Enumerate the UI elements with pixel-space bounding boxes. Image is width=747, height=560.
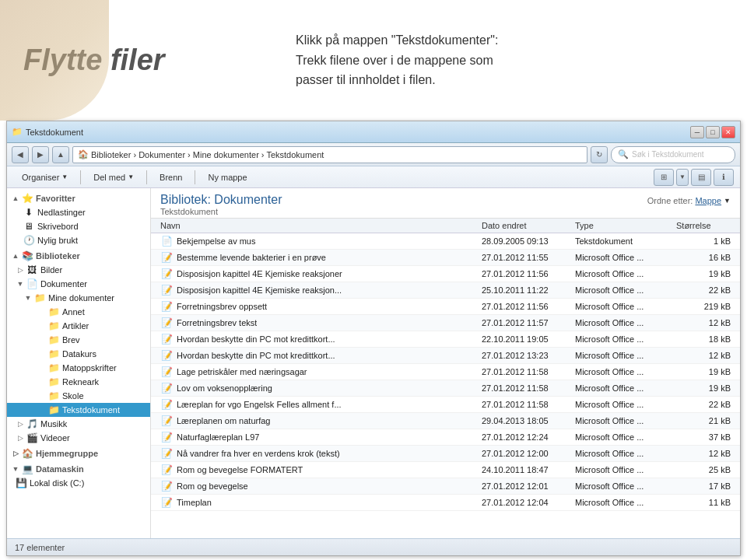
sidebar-item-rekneark[interactable]: 📁 Rekneark xyxy=(7,375,150,389)
videoer-icon: 🎬 xyxy=(26,432,38,443)
sidebar-item-musikk[interactable]: ▷ 🎵 Musikk xyxy=(7,417,150,431)
file-row[interactable]: 📝 Rom og bevegelse 27.01.2012 12:01 Micr… xyxy=(151,478,740,495)
sort-value[interactable]: Mappe xyxy=(695,196,721,205)
file-row[interactable]: 📝 Læreplanen om naturfag 29.04.2013 18:0… xyxy=(151,413,740,429)
sidebar-item-bilder[interactable]: ▷ 🖼 Bilder xyxy=(7,263,150,277)
file-size: 12 kB xyxy=(676,449,731,458)
biblioteker-header[interactable]: ▲ 📚 Biblioteker xyxy=(7,249,150,263)
file-row[interactable]: 📝 Bestemme levende bakterier i en prøve … xyxy=(151,250,740,266)
favoritter-arrow-icon: ▲ xyxy=(10,194,21,202)
file-size: 17 kB xyxy=(676,481,731,491)
sidebar-item-dokumenter[interactable]: ▼ 📄 Dokumenter xyxy=(7,277,150,291)
view-options-button[interactable]: ▼ xyxy=(676,169,689,186)
brenn-button[interactable]: Brenn xyxy=(151,169,191,186)
file-row[interactable]: 📝 Nå vandrer fra hver en verdens krok (t… xyxy=(151,446,740,462)
sidebar-item-skole[interactable]: 📁 Skole xyxy=(7,389,150,403)
forward-button[interactable]: ▶ xyxy=(32,146,49,163)
file-name: Læreplanen om naturfag xyxy=(177,416,270,425)
file-type: Tekstdokument xyxy=(575,236,676,246)
skrivebord-icon: 🖥 xyxy=(23,221,35,232)
sidebar-item-nylig-brukt[interactable]: 🕐 Nylig brukt xyxy=(7,233,150,247)
col-type[interactable]: Type xyxy=(575,221,676,230)
sort-arrow-icon: ▼ xyxy=(724,197,731,205)
file-area: Bibliotek: Dokumenter Tekstdokument Ordn… xyxy=(151,188,740,538)
file-size: 18 kB xyxy=(676,334,731,344)
file-rows-container: 📄 Bekjempelse av mus 28.09.2005 09:13 Te… xyxy=(151,233,740,511)
sidebar-item-videoer[interactable]: ▷ 🎬 Videoer xyxy=(7,431,150,445)
file-type: Microsoft Office ... xyxy=(575,318,676,327)
sidebar-item-skrivebord[interactable]: 🖥 Skrivebord xyxy=(7,219,150,233)
hjemmegruppe-header[interactable]: ▷ 🏠 Hjemmegruppe xyxy=(7,446,150,460)
sidebar-item-mine-dokumenter[interactable]: ▼ 📁 Mine dokumenter xyxy=(7,291,150,305)
sidebar-item-annet[interactable]: 📁 Annet xyxy=(7,305,150,319)
view-change-button[interactable]: ⊞ xyxy=(654,169,674,186)
file-row[interactable]: 📄 Bekjempelse av mus 28.09.2005 09:13 Te… xyxy=(151,233,740,250)
file-row[interactable]: 📝 Lage petriskåler med næringsagar 27.01… xyxy=(151,364,740,380)
del-med-button[interactable]: Del med ▼ xyxy=(85,169,142,186)
file-date: 27.01.2012 11:56 xyxy=(482,269,575,278)
details-pane-button[interactable]: ℹ xyxy=(714,169,734,186)
skole-icon: 📁 xyxy=(47,390,60,401)
slide-description: Klikk på mappen "Tekstdokumenter": Trekk… xyxy=(296,30,724,90)
file-icon: 📝 xyxy=(160,349,173,362)
file-row[interactable]: 📝 Læreplan for vgo Engelsk Felles allmen… xyxy=(151,397,740,413)
presentation-header: Flytte filer Klikk på mappen "Tekstdokum… xyxy=(0,0,747,121)
videoer-arrow-icon: ▷ xyxy=(15,434,26,442)
sidebar-item-datakurs[interactable]: 📁 Datakurs xyxy=(7,347,150,361)
refresh-button[interactable]: ↻ xyxy=(591,146,608,163)
file-size: 12 kB xyxy=(676,351,731,360)
sort-label: Ordne etter: xyxy=(647,196,693,205)
sidebar-item-brev[interactable]: 📁 Brev xyxy=(7,333,150,347)
sidebar-item-matoppskrifter[interactable]: 📁 Matoppskrifter xyxy=(7,361,150,375)
file-row[interactable]: 📝 Hvordan beskytte din PC mot kredittkor… xyxy=(151,331,740,348)
file-row[interactable]: 📝 Lov om voksenopplæring 27.01.2012 11:5… xyxy=(151,380,740,397)
address-bar: ◀ ▶ ▲ 🏠 Biblioteker › Dokumenter › Mine … xyxy=(7,143,740,166)
file-type: Microsoft Office ... xyxy=(575,334,676,344)
file-icon: 📝 xyxy=(160,366,173,378)
address-path[interactable]: 🏠 Biblioteker › Dokumenter › Mine dokume… xyxy=(72,146,587,163)
sort-control: Ordne etter: Mappe ▼ xyxy=(647,196,731,205)
file-row[interactable]: 📝 Forretningsbrev tekst 27.01.2012 11:57… xyxy=(151,315,740,331)
brev-icon: 📁 xyxy=(47,334,60,345)
file-row[interactable]: 📝 Rom og bevegelse FORMATERT 24.10.2011 … xyxy=(151,462,740,478)
search-box[interactable]: 🔍 Søk i Tekstdokument xyxy=(611,146,735,163)
del-med-arrow-icon: ▼ xyxy=(128,173,134,180)
file-row[interactable]: 📝 Hvordan beskytte din PC mot kredittkor… xyxy=(151,348,740,364)
file-row[interactable]: 📝 Disposisjon kapittel 4E Kjemiske reaks… xyxy=(151,266,740,282)
file-type: Microsoft Office ... xyxy=(575,416,676,425)
biblioteker-icon: 📚 xyxy=(21,250,33,261)
back-button[interactable]: ◀ xyxy=(12,146,29,163)
up-button[interactable]: ▲ xyxy=(52,146,69,163)
library-subtitle: Tekstdokument xyxy=(160,207,282,216)
favoritter-header[interactable]: ▲ ⭐ Favoritter xyxy=(7,191,150,205)
sidebar-item-tekstdokument[interactable]: 📁 Tekstdokument xyxy=(7,403,150,417)
file-icon: 📝 xyxy=(160,268,173,280)
status-text: 17 elementer xyxy=(15,543,65,552)
file-row[interactable]: 📝 Forretningsbrev oppsett 27.01.2012 11:… xyxy=(151,299,740,315)
file-icon: 📝 xyxy=(160,398,173,411)
hjemme-icon: 🏠 xyxy=(21,448,33,459)
nedlastinger-icon: ⬇ xyxy=(23,207,35,218)
organiser-button[interactable]: Organiser ▼ xyxy=(13,169,76,186)
datamaskin-header[interactable]: ▼ 💻 Datamaskin xyxy=(7,462,150,476)
file-row[interactable]: 📝 Disposisjon kapittel 4E Kjemiske reaks… xyxy=(151,282,740,299)
col-date[interactable]: Dato endret xyxy=(482,221,575,230)
col-name[interactable]: Navn xyxy=(160,221,482,230)
preview-pane-button[interactable]: ▤ xyxy=(691,169,711,186)
col-size[interactable]: Størrelse xyxy=(676,221,731,230)
sidebar-item-artikler[interactable]: 📁 Artikler xyxy=(7,319,150,333)
annet-icon: 📁 xyxy=(47,306,60,317)
ny-mappe-button[interactable]: Ny mappe xyxy=(199,169,255,186)
file-row[interactable]: 📝 Timeplan 27.01.2012 12:04 Microsoft Of… xyxy=(151,495,740,511)
maximize-button[interactable]: □ xyxy=(706,126,720,138)
sidebar-item-lokal-disk[interactable]: 💾 Lokal disk (C:) xyxy=(7,476,150,490)
file-date: 27.01.2012 11:58 xyxy=(482,367,575,376)
sidebar-item-nedlastinger[interactable]: ⬇ Nedlastinger xyxy=(7,205,150,219)
file-name-cell: 📝 Bestemme levende bakterier i en prøve xyxy=(160,251,482,264)
file-icon: 📄 xyxy=(160,235,173,247)
file-name: Rom og bevegelse FORMATERT xyxy=(177,465,303,474)
file-row[interactable]: 📝 Naturfaglæreplan L97 27.01.2012 12:24 … xyxy=(151,429,740,446)
close-button[interactable]: ✕ xyxy=(721,126,735,138)
file-name: Timeplan xyxy=(177,498,212,507)
minimize-button[interactable]: ─ xyxy=(690,126,704,138)
